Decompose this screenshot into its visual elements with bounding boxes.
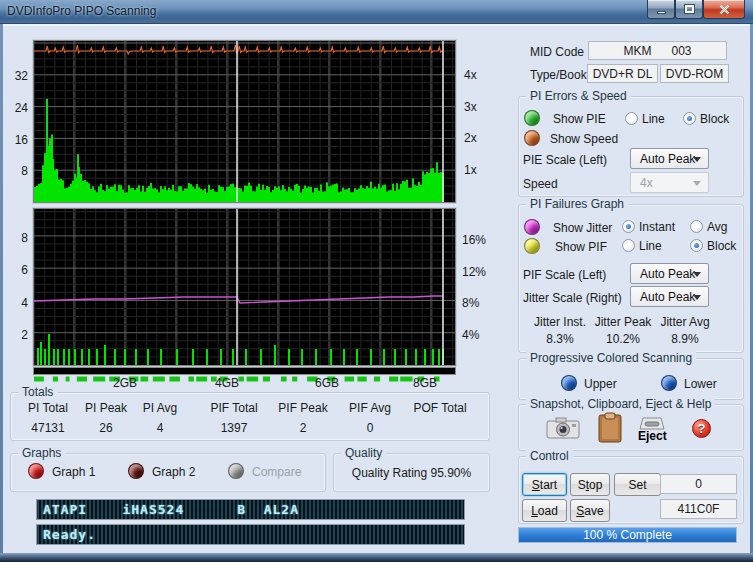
minimize-button[interactable] (647, 0, 675, 19)
pif-scale-label: PIF Scale (Left) (523, 268, 606, 282)
help-icon[interactable]: ? (692, 419, 711, 438)
maximize-button[interactable] (675, 0, 703, 19)
totals-header: PIF Peak (272, 401, 334, 415)
show-pie-label[interactable]: Show PIE (553, 112, 606, 126)
set-button[interactable]: Set (614, 473, 661, 496)
pie-groupbox-title: PI Errors & Speed (526, 89, 631, 103)
jitter-peak-header: Jitter Peak (592, 315, 654, 329)
jitter-avg-value: 8.9% (654, 332, 716, 346)
show-speed-label[interactable]: Show Speed (550, 132, 618, 146)
jitter-axis-tick: 4% (462, 328, 479, 342)
speed-label: Speed (523, 177, 558, 191)
eject-icon-label[interactable]: Eject (638, 429, 667, 443)
pif-scale-dropdown[interactable]: Auto Peak (630, 263, 709, 284)
title-bar[interactable]: DVDInfoPro PIPO Scanning (0, 0, 753, 24)
graph2-label[interactable]: Graph 2 (152, 465, 195, 479)
pie-scale-value: Auto Peak (640, 152, 695, 166)
pif-yaxis-tick: 2 (6, 328, 28, 342)
pif-line-label[interactable]: Line (639, 239, 662, 253)
show-speed-indicator[interactable] (524, 130, 540, 146)
type-book-label: Type/Book (530, 68, 587, 82)
jitter-axis-tick: 8% (462, 296, 479, 310)
jitter-scale-label: Jitter Scale (Right) (523, 291, 622, 305)
status-text: Ready. (43, 527, 96, 542)
totals-header: PIF Total (196, 401, 272, 415)
content-top-highlight (3, 24, 750, 26)
graph1-indicator[interactable] (28, 463, 44, 479)
jitter-avg-label[interactable]: Avg (707, 220, 727, 234)
speed-dropdown: 4x (630, 172, 709, 193)
progress-text: 100 % Complete (583, 528, 672, 542)
maximize-icon (685, 5, 694, 13)
mid-code-field[interactable]: MKM 003 (588, 41, 727, 60)
lower-label[interactable]: Lower (684, 377, 717, 391)
jitter-instant-label[interactable]: Instant (639, 220, 675, 234)
show-jitter-label[interactable]: Show Jitter (553, 221, 612, 235)
pie-line-radio[interactable] (625, 112, 638, 125)
counter-field[interactable]: 0 (660, 474, 737, 494)
pie-yaxis-tick: 32 (6, 69, 28, 83)
disc-type-field[interactable]: DVD+R DL (587, 64, 658, 83)
graph2-indicator[interactable] (128, 463, 144, 479)
show-jitter-indicator[interactable] (524, 219, 540, 235)
totals-value: 4 (134, 421, 186, 435)
chevron-down-icon (693, 272, 701, 277)
show-pif-label[interactable]: Show PIF (555, 240, 607, 254)
compare-label: Compare (252, 465, 301, 479)
upper-indicator[interactable] (561, 375, 577, 391)
pie-line-label[interactable]: Line (642, 112, 665, 126)
clipboard-icon[interactable] (598, 412, 622, 443)
status-display: Ready. (36, 524, 465, 545)
chevron-down-icon (693, 157, 701, 162)
pif-yaxis-tick: 6 (6, 263, 28, 277)
pie-block-radio[interactable] (683, 112, 696, 125)
show-pie-indicator[interactable] (524, 110, 540, 126)
speed-axis-tick: 3x (464, 100, 477, 114)
show-pif-indicator[interactable] (524, 238, 540, 254)
jitter-peak-value: 10.2% (592, 332, 654, 346)
caption-buttons (647, 0, 745, 19)
pif-block-label[interactable]: Block (707, 239, 736, 253)
save-button[interactable]: Save (570, 499, 610, 522)
address-field[interactable]: 411C0F (660, 499, 737, 519)
pif-yaxis-tick: 8 (6, 231, 28, 245)
jitter-axis-tick: 12% (462, 265, 486, 279)
pie-block-label[interactable]: Block (700, 112, 729, 126)
window-bottom-border (0, 553, 753, 562)
pif-line-radio[interactable] (622, 239, 635, 252)
app-window: DVDInfoPro PIPO Scanning 32 24 16 8 4x 3… (0, 0, 753, 562)
close-button[interactable] (703, 0, 745, 19)
quality-strip-canvas (34, 376, 455, 382)
quality-title: Quality (341, 446, 386, 460)
pif-block-radio[interactable] (690, 239, 703, 252)
totals-value: 2 (272, 421, 334, 435)
close-icon (719, 4, 730, 15)
graph1-label[interactable]: Graph 1 (52, 465, 95, 479)
stop-button[interactable]: Stop (570, 473, 610, 496)
minimize-icon (657, 11, 666, 14)
pie-graph-plot[interactable] (33, 40, 456, 203)
load-button[interactable]: Load (522, 499, 567, 522)
graphs-title: Graphs (18, 446, 65, 460)
book-type-field[interactable]: DVD-ROM (660, 64, 729, 83)
pie-yaxis-tick: 8 (6, 164, 28, 178)
xaxis-tick-2gb: 2GB (110, 376, 140, 390)
mid-code-label: MID Code (530, 45, 584, 59)
xaxis-tick-4gb: 4GB (212, 376, 242, 390)
jitter-instant-radio[interactable] (622, 220, 635, 233)
lower-indicator[interactable] (661, 375, 677, 391)
pie-scale-dropdown[interactable]: Auto Peak (630, 148, 709, 169)
camera-icon[interactable] (546, 416, 580, 439)
pif-graph-canvas (34, 209, 455, 365)
jitter-scale-dropdown[interactable]: Auto Peak (630, 286, 709, 307)
pif-graph-plot[interactable] (33, 208, 456, 366)
window-title: DVDInfoPro PIPO Scanning (7, 4, 156, 18)
jitter-avg-radio[interactable] (690, 220, 703, 233)
quality-rating: Quality Rating 95.90% (333, 466, 490, 480)
speed-value: 4x (640, 176, 653, 190)
pif-yaxis-tick: 4 (6, 296, 28, 310)
jitter-inst-header: Jitter Inst. (528, 315, 592, 329)
start-button[interactable]: Start (522, 473, 567, 496)
upper-label[interactable]: Upper (584, 377, 617, 391)
progressive-title: Progressive Colored Scanning (526, 351, 696, 365)
